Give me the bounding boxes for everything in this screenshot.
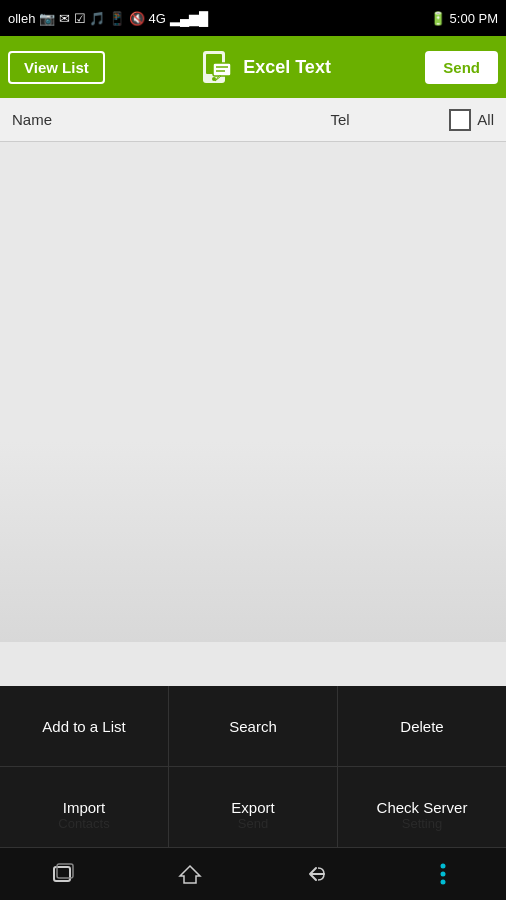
recent-apps-button[interactable] <box>43 854 83 894</box>
export-ghost-text: Send <box>238 816 268 831</box>
svg-marker-9 <box>180 866 200 883</box>
col-tel-header: Tel <box>231 111 450 128</box>
search-button[interactable]: Search <box>169 686 338 766</box>
app-icon <box>199 49 235 85</box>
check-server-ghost-text: Setting <box>402 816 442 831</box>
svg-rect-3 <box>213 63 231 76</box>
import-button[interactable]: Import Contacts <box>0 767 169 847</box>
delete-button[interactable]: Delete <box>338 686 506 766</box>
add-to-list-button[interactable]: Add to a List <box>0 686 169 766</box>
svg-point-10 <box>440 864 445 869</box>
app-title: Excel Text <box>243 57 331 78</box>
signal-bars: ▂▄▆█ <box>170 11 208 26</box>
export-button[interactable]: Export Send <box>169 767 338 847</box>
home-button[interactable] <box>170 854 210 894</box>
more-options-button[interactable] <box>423 854 463 894</box>
nav-bar <box>0 848 506 900</box>
app-bar: View List Excel Text Send <box>0 36 506 98</box>
col-name-header: Name <box>12 111 231 128</box>
app-title-area: Excel Text <box>199 49 331 85</box>
bottom-menu: Add to a List Search Delete Import Conta… <box>0 686 506 848</box>
main-content-area <box>0 142 506 642</box>
col-all-area[interactable]: All <box>449 109 494 131</box>
status-left: olleh 📷 ✉ ☑ 🎵 📱 🔇 4G ▂▄▆█ <box>8 11 208 26</box>
status-icons: 📷 ✉ ☑ 🎵 📱 🔇 <box>39 11 144 26</box>
menu-row-1: Add to a List Search Delete <box>0 686 506 767</box>
signal-text: 4G <box>149 11 166 26</box>
svg-point-12 <box>440 880 445 885</box>
menu-row-2: Import Contacts Export Send Check Server… <box>0 767 506 848</box>
check-server-button[interactable]: Check Server Setting <box>338 767 506 847</box>
column-headers: Name Tel All <box>0 98 506 142</box>
time-display: 5:00 PM <box>450 11 498 26</box>
col-all-label: All <box>477 111 494 128</box>
view-list-button[interactable]: View List <box>8 51 105 84</box>
carrier-text: olleh <box>8 11 35 26</box>
back-button[interactable] <box>296 854 336 894</box>
send-button[interactable]: Send <box>425 51 498 84</box>
import-ghost-text: Contacts <box>58 816 109 831</box>
status-bar: olleh 📷 ✉ ☑ 🎵 📱 🔇 4G ▂▄▆█ 🔋 5:00 PM <box>0 0 506 36</box>
battery-icon: 🔋 <box>430 11 446 26</box>
status-right: 🔋 5:00 PM <box>430 11 498 26</box>
svg-point-11 <box>440 872 445 877</box>
select-all-checkbox[interactable] <box>449 109 471 131</box>
